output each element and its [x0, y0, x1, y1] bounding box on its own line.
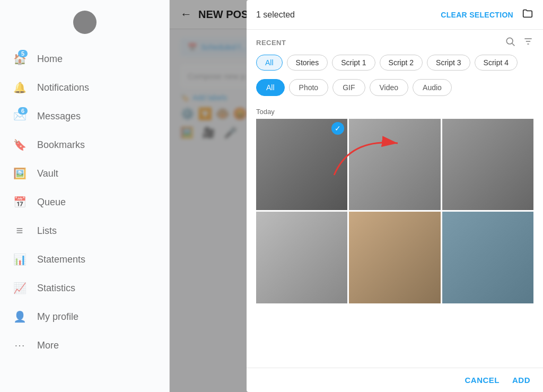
- sidebar: 🏠 Home 5 🔔 Notifications ✉️ Messages 6 🔖…: [0, 0, 170, 392]
- filter-icon[interactable]: [523, 36, 533, 49]
- sidebar-item-messages[interactable]: ✉️ Messages 6: [0, 102, 169, 130]
- svg-line-1: [512, 43, 515, 46]
- sidebar-label-my-profile: My profile: [37, 311, 78, 323]
- messages-badge: 6: [18, 107, 28, 115]
- sidebar-label-statements: Statements: [37, 254, 85, 265]
- notifications-icon: 🔔: [13, 81, 27, 94]
- cancel-button[interactable]: CANCEL: [465, 376, 500, 385]
- sidebar-label-messages: Messages: [37, 111, 81, 122]
- dialog-header: 1 selected CLEAR SELECTION: [247, 0, 543, 30]
- selected-count: 1 selected: [256, 10, 295, 20]
- date-section-label: Today: [256, 103, 533, 119]
- type-tab-audio[interactable]: Audio: [413, 79, 452, 96]
- folder-icon[interactable]: [522, 7, 533, 22]
- script-tab-script4[interactable]: Script 4: [475, 55, 518, 71]
- script-tabs: All Stories Script 1 Script 2 Script 3 S…: [256, 55, 533, 73]
- sidebar-label-home: Home: [37, 54, 63, 65]
- sidebar-item-lists[interactable]: ≡ Lists: [0, 216, 169, 245]
- sidebar-item-vault[interactable]: 🖼️ Vault: [0, 159, 169, 188]
- sidebar-label-more: More: [37, 340, 59, 351]
- more-icon: ⋯: [13, 338, 27, 352]
- sidebar-item-bookmarks[interactable]: 🔖 Bookmarks: [0, 130, 169, 159]
- add-button[interactable]: ADD: [512, 376, 530, 385]
- type-tab-all[interactable]: All: [256, 79, 285, 96]
- svg-point-0: [506, 38, 513, 44]
- sidebar-label-queue: Queue: [37, 197, 66, 208]
- dialog-header-right: CLEAR SELECTION: [441, 7, 533, 22]
- recent-label-text: RECENT: [256, 39, 286, 47]
- sidebar-item-notifications[interactable]: 🔔 Notifications: [0, 73, 169, 102]
- script-tab-stories[interactable]: Stories: [287, 55, 328, 71]
- statements-icon: 📊: [13, 252, 27, 266]
- media-cell-6[interactable]: [442, 212, 533, 303]
- avatar[interactable]: [73, 11, 97, 34]
- sidebar-label-notifications: Notifications: [37, 82, 89, 93]
- sidebar-item-more[interactable]: ⋯ More: [0, 331, 169, 360]
- main-content: ← NEW POS selected 📅 Scheduled f... Comp…: [170, 0, 543, 392]
- sidebar-item-queue[interactable]: 📅 Queue: [0, 188, 169, 216]
- sidebar-item-statements[interactable]: 📊 Statements: [0, 245, 169, 274]
- type-tab-photo[interactable]: Photo: [289, 79, 329, 96]
- vault-icon: 🖼️: [13, 167, 27, 180]
- script-tab-script1[interactable]: Script 1: [332, 55, 375, 71]
- media-dialog: 1 selected CLEAR SELECTION RECENT: [247, 0, 543, 392]
- clear-selection-button[interactable]: CLEAR SELECTION: [441, 11, 513, 19]
- script-tab-script3[interactable]: Script 3: [427, 55, 470, 71]
- home-badge: 5: [18, 50, 28, 57]
- recent-label: RECENT: [256, 36, 533, 49]
- sidebar-item-home[interactable]: 🏠 Home 5: [0, 45, 169, 73]
- profile-icon: 👤: [13, 310, 27, 324]
- sidebar-item-statistics[interactable]: 📈 Statistics: [0, 274, 169, 302]
- media-cell-5[interactable]: [349, 212, 440, 303]
- script-tab-all[interactable]: All: [256, 55, 283, 71]
- type-tabs: All Photo GIF Video Audio: [256, 79, 533, 96]
- media-cell-3[interactable]: [442, 119, 533, 210]
- lists-icon: ≡: [13, 224, 27, 238]
- recent-label-actions: [505, 36, 533, 49]
- media-cell-4[interactable]: [256, 212, 347, 303]
- type-tab-video[interactable]: Video: [370, 79, 409, 96]
- queue-icon: 📅: [13, 195, 27, 209]
- dialog-footer: CANCEL ADD: [247, 368, 543, 392]
- check-mark-1: ✓: [331, 122, 344, 135]
- sidebar-label-lists: Lists: [37, 225, 57, 237]
- search-icon[interactable]: [505, 36, 515, 49]
- statistics-icon: 📈: [13, 281, 27, 295]
- bookmarks-icon: 🔖: [13, 138, 27, 152]
- media-cell-1[interactable]: ✓: [256, 119, 347, 210]
- sidebar-label-vault: Vault: [37, 168, 58, 179]
- filter-section: RECENT All Stories: [247, 30, 543, 103]
- media-grid: ✓: [256, 119, 533, 303]
- sidebar-label-bookmarks: Bookmarks: [37, 140, 85, 151]
- sidebar-label-statistics: Statistics: [37, 283, 75, 294]
- media-cell-2[interactable]: [349, 119, 440, 210]
- script-tab-script2[interactable]: Script 2: [380, 55, 423, 71]
- media-grid-container: Today ✓: [247, 103, 543, 368]
- type-tab-gif[interactable]: GIF: [332, 79, 365, 96]
- sidebar-item-my-profile[interactable]: 👤 My profile: [0, 302, 169, 331]
